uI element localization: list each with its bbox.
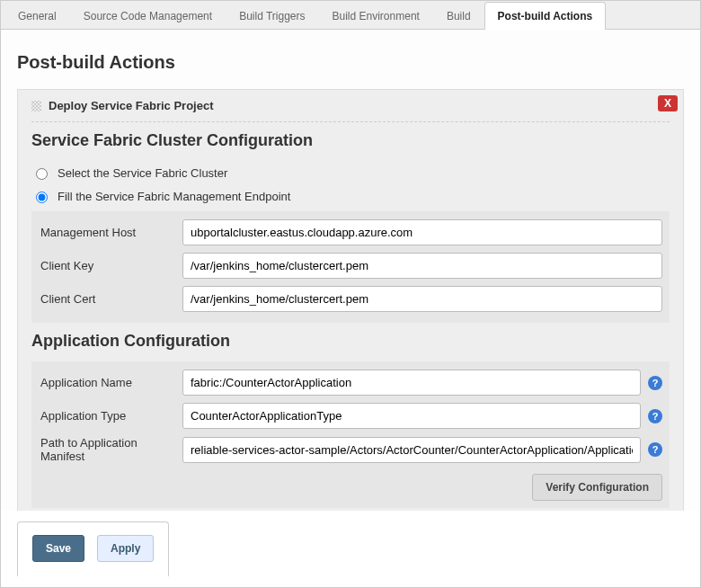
page-title: Post-build Actions: [17, 52, 684, 73]
manifest-path-input[interactable]: [182, 437, 641, 463]
app-config-title: Application Configuration: [31, 332, 670, 351]
apply-button[interactable]: Apply: [97, 535, 154, 562]
tab-scm[interactable]: Source Code Management: [70, 2, 226, 30]
config-tabs: General Source Code Management Build Tri…: [1, 1, 700, 30]
cluster-config-title: Service Fabric Cluster Configuration: [31, 131, 670, 150]
tab-build-triggers[interactable]: Build Triggers: [226, 2, 318, 30]
app-type-label: Application Type: [39, 409, 182, 423]
help-icon[interactable]: ?: [648, 409, 662, 423]
radio-select-cluster-label: Select the Service Fabric Cluster: [58, 166, 227, 180]
mgmt-host-input[interactable]: [182, 219, 662, 245]
radio-fill-endpoint-label: Fill the Service Fabric Management Endpo…: [58, 190, 290, 203]
tab-post-build-actions[interactable]: Post-build Actions: [484, 2, 607, 30]
deploy-sf-panel: X Deploy Service Fabric Project Service …: [17, 89, 684, 522]
manifest-path-label: Path to Application Manifest: [39, 436, 182, 463]
client-cert-input[interactable]: [182, 286, 662, 312]
app-name-input[interactable]: [182, 370, 641, 396]
verify-config-button[interactable]: Verify Configuration: [532, 474, 662, 501]
help-icon[interactable]: ?: [648, 376, 662, 390]
endpoint-fields: Management Host Client Key Client Cert: [31, 211, 670, 323]
radio-select-cluster[interactable]: [36, 168, 48, 180]
tab-build[interactable]: Build: [433, 2, 484, 30]
app-name-label: Application Name: [39, 376, 182, 389]
radio-fill-endpoint[interactable]: [36, 192, 48, 203]
mgmt-host-label: Management Host: [39, 226, 182, 239]
app-type-input[interactable]: [182, 403, 641, 429]
tab-build-env[interactable]: Build Environment: [319, 2, 433, 30]
client-cert-label: Client Cert: [39, 292, 182, 306]
panel-title: Deploy Service Fabric Project: [49, 99, 214, 112]
tab-general[interactable]: General: [4, 2, 70, 30]
client-key-input[interactable]: [182, 253, 662, 279]
drag-handle-icon[interactable]: [31, 101, 41, 111]
help-icon[interactable]: ?: [648, 442, 662, 457]
close-icon[interactable]: X: [658, 95, 678, 111]
client-key-label: Client Key: [39, 259, 182, 272]
save-button[interactable]: Save: [32, 535, 84, 562]
app-fields: Application Name ? Application Type ? Pa…: [31, 361, 670, 508]
